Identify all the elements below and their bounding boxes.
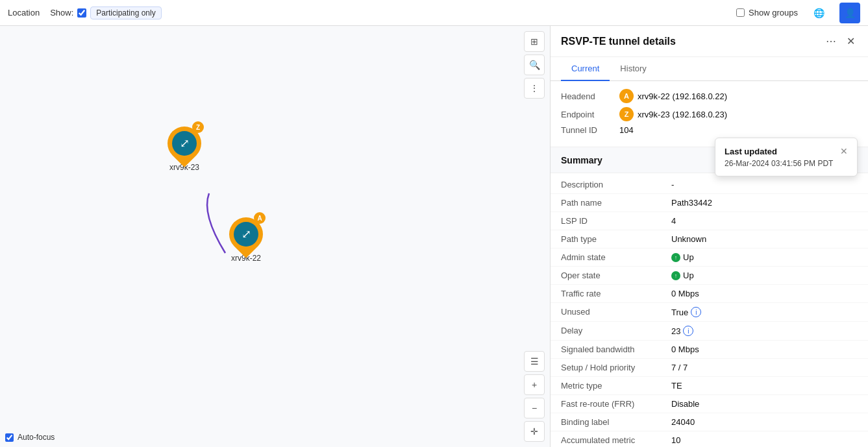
tunnel-id-row: Tunnel ID 104 [561,125,858,135]
summary-value: Up [671,252,694,262]
summary-key: Signaled bandwidth [561,344,671,354]
summary-key: Metric type [561,381,671,391]
main-layout: ⊞ 🔍 ⋮ Z ⤢ xrv9k-23 A [0,26,868,447]
tooltip-close-button[interactable]: ✕ [840,146,848,156]
summary-value: - [671,180,674,189]
summary-key: Path name [561,198,671,208]
tunnel-id-label: Tunnel ID [561,125,619,135]
info-icon[interactable]: i [691,307,701,317]
tab-history[interactable]: History [610,57,656,81]
summary-row: LSP ID4 [551,212,868,230]
summary-value: Disable [671,399,699,409]
crosshair-icon[interactable]: ✛ [524,421,545,442]
summary-key: Oper state [561,271,671,280]
endpoint-badge: Z [619,107,634,121]
node-xrv9k-23[interactable]: Z ⤢ xrv9k-23 [167,127,201,172]
endpoint-value: Z xrv9k-23 (192.168.0.23) [619,107,727,121]
panel-tabs: Current History [551,57,868,81]
map-bottom-controls: ☰ + − ✛ [524,351,545,442]
summary-key: Setup / Hold priority [561,363,671,372]
summary-row: Accumulated metric10 [551,431,868,447]
summary-key: LSP ID [561,216,671,226]
close-panel-button[interactable]: ✕ [844,34,858,49]
globe-icon[interactable]: 🌐 [808,3,829,23]
panel-header: RSVP-TE tunnel details ⋯ ✕ [551,26,868,57]
summary-value: Unknown [671,234,706,244]
headend-value: A xrv9k-22 (192.168.0.22) [619,89,727,103]
summary-value: 4 [671,216,676,226]
summary-value: Truei [671,307,701,317]
menu-icon[interactable]: ☰ [524,351,545,372]
summary-row: Path namePath33442 [551,194,868,212]
hierarchy-icon[interactable]: ⋮ [524,78,545,99]
zoom-out-icon[interactable]: − [524,398,545,418]
tooltip-title: Last updated [725,147,777,156]
map-area: ⊞ 🔍 ⋮ Z ⤢ xrv9k-23 A [0,26,550,447]
tooltip-header: Last updated ✕ [725,146,848,156]
summary-row: Metric typeTE [551,377,868,395]
show-label: Show: [50,8,73,18]
summary-row: Signaled bandwidth0 Mbps [551,341,868,359]
right-panel: RSVP-TE tunnel details ⋯ ✕ Current Histo… [550,26,868,447]
summary-row: Traffic rate0 Mbps [551,285,868,303]
search-icon[interactable]: 🔍 [524,54,545,75]
panel-title: RSVP-TE tunnel details [561,36,676,47]
headend-label: Headend [561,91,619,101]
connector-svg [0,26,550,447]
summary-key: Unused [561,307,671,317]
show-groups-checkbox[interactable] [736,8,745,17]
map-bottom-left: Auto-focus [5,433,55,442]
more-options-button[interactable]: ⋯ [823,34,839,49]
summary-key: Fast re-route (FRR) [561,399,671,409]
endpoint-row: Endpoint Z xrv9k-23 (192.168.0.23) [561,107,858,121]
summary-row: Oper stateUp [551,267,868,285]
endpoint-label: Endpoint [561,110,619,119]
tunnel-id-value: 104 [619,125,634,135]
summary-value: 10 [671,435,680,445]
show-groups-label[interactable]: Show groups [736,8,798,18]
summary-key: Binding label [561,417,671,427]
summary-value: 24040 [671,417,695,427]
layers-icon[interactable]: ⊞ [524,31,545,52]
summary-row: Path typeUnknown [551,230,868,248]
headend-badge: A [619,89,634,103]
summary-key: Traffic rate [561,289,671,298]
summary-row: Description- [551,176,868,194]
auto-focus-label: Auto-focus [18,433,55,442]
summary-value: 23i [671,326,693,336]
summary-section: Summary ∧ Description-Path namePath33442… [551,147,868,447]
status-up-icon [671,271,680,280]
tab-current[interactable]: Current [561,57,610,81]
summary-rows: Description-Path namePath33442LSP ID4Pat… [551,173,868,447]
right-toolbar: ⊞ 🔍 ⋮ [524,31,545,99]
headend-row: Headend A xrv9k-22 (192.168.0.22) [561,89,858,103]
node-xrv9k-22[interactable]: A ⤢ xrv9k-22 [229,217,263,263]
tooltip-popup: Last updated ✕ 26-Mar-2024 03:41:56 PM P… [715,138,858,176]
summary-value: 0 Mbps [671,289,699,298]
summary-value: 0 Mbps [671,344,699,354]
location-label: Location [8,8,40,18]
auto-focus-checkbox[interactable] [5,433,14,442]
participating-only-label: Participating only [90,6,161,19]
zoom-in-icon[interactable]: + [524,374,545,395]
summary-key: Accumulated metric [561,435,671,445]
summary-key: Admin state [561,252,671,262]
summary-key: Description [561,180,671,189]
info-icon[interactable]: i [683,326,693,336]
participating-only-checkbox[interactable] [77,8,86,18]
summary-value: Path33442 [671,198,712,208]
summary-row: Setup / Hold priority7 / 7 [551,359,868,377]
summary-row: UnusedTruei [551,303,868,322]
summary-key: Delay [561,326,671,335]
user-group-icon[interactable]: 👤 [839,3,860,23]
show-section: Show: Participating only [50,6,162,19]
summary-value: 7 / 7 [671,363,688,372]
summary-row: Delay23i [551,322,868,341]
summary-row: Admin stateUp [551,248,868,267]
top-bar: Location Show: Participating only Show g… [0,0,868,26]
tooltip-body: 26-Mar-2024 03:41:56 PM PDT [725,159,848,168]
summary-value: Up [671,271,694,280]
status-up-icon [671,253,680,262]
panel-header-actions: ⋯ ✕ [823,34,858,49]
summary-value: TE [671,381,682,391]
